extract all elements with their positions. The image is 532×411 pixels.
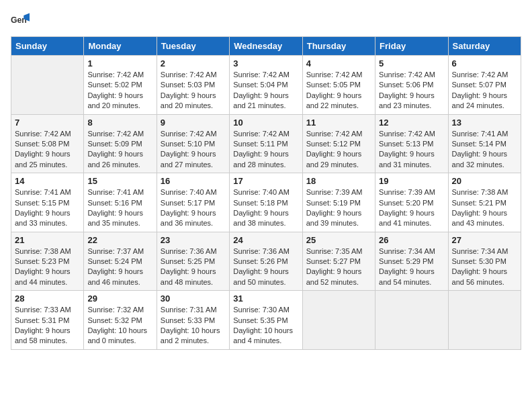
day-number: 21	[15, 235, 80, 245]
day-info: Sunrise: 7:42 AMSunset: 5:13 PMDaylight:…	[379, 129, 444, 171]
logo-icon: Gen	[11, 11, 30, 30]
day-cell-14: 14Sunrise: 7:41 AMSunset: 5:15 PMDayligh…	[11, 173, 84, 232]
day-info: Sunrise: 7:41 AMSunset: 5:15 PMDaylight:…	[15, 187, 80, 229]
day-cell-25: 25Sunrise: 7:35 AMSunset: 5:27 PMDayligh…	[302, 232, 375, 291]
day-number: 23	[161, 235, 226, 245]
calendar-body: 1Sunrise: 7:42 AMSunset: 5:02 PMDaylight…	[11, 56, 521, 350]
day-number: 18	[306, 176, 371, 186]
day-cell-31: 31Sunrise: 7:30 AMSunset: 5:35 PMDayligh…	[230, 291, 302, 350]
empty-cell	[302, 291, 375, 350]
day-info: Sunrise: 7:42 AMSunset: 5:09 PMDaylight:…	[87, 129, 152, 171]
day-cell-22: 22Sunrise: 7:37 AMSunset: 5:24 PMDayligh…	[84, 232, 157, 291]
day-number: 1	[87, 58, 152, 68]
day-info: Sunrise: 7:42 AMSunset: 5:05 PMDaylight:…	[306, 70, 371, 111]
day-number: 27	[452, 235, 517, 245]
day-cell-15: 15Sunrise: 7:41 AMSunset: 5:16 PMDayligh…	[84, 173, 157, 232]
day-number: 5	[379, 58, 444, 68]
day-info: Sunrise: 7:32 AMSunset: 5:32 PMDaylight:…	[87, 305, 152, 347]
day-info: Sunrise: 7:41 AMSunset: 5:14 PMDaylight:…	[452, 129, 517, 171]
day-cell-9: 9Sunrise: 7:42 AMSunset: 5:10 PMDaylight…	[157, 114, 229, 173]
day-number: 15	[87, 176, 152, 186]
day-cell-26: 26Sunrise: 7:34 AMSunset: 5:29 PMDayligh…	[375, 232, 448, 291]
empty-cell	[448, 291, 521, 350]
day-info: Sunrise: 7:42 AMSunset: 5:10 PMDaylight:…	[161, 129, 226, 171]
weekday-header-friday: Friday	[375, 37, 448, 56]
empty-cell	[11, 56, 84, 115]
day-cell-7: 7Sunrise: 7:42 AMSunset: 5:08 PMDaylight…	[11, 114, 84, 173]
day-info: Sunrise: 7:42 AMSunset: 5:02 PMDaylight:…	[87, 70, 152, 111]
week-row-4: 21Sunrise: 7:38 AMSunset: 5:23 PMDayligh…	[11, 232, 521, 291]
day-info: Sunrise: 7:42 AMSunset: 5:11 PMDaylight:…	[233, 129, 298, 171]
day-number: 3	[233, 58, 298, 68]
day-number: 6	[452, 58, 517, 68]
day-number: 16	[161, 176, 226, 186]
day-info: Sunrise: 7:38 AMSunset: 5:23 PMDaylight:…	[15, 246, 80, 288]
day-info: Sunrise: 7:41 AMSunset: 5:16 PMDaylight:…	[87, 187, 152, 229]
day-cell-12: 12Sunrise: 7:42 AMSunset: 5:13 PMDayligh…	[375, 114, 448, 173]
week-row-2: 7Sunrise: 7:42 AMSunset: 5:08 PMDaylight…	[11, 114, 521, 173]
day-cell-16: 16Sunrise: 7:40 AMSunset: 5:17 PMDayligh…	[157, 173, 229, 232]
day-number: 26	[379, 235, 444, 245]
weekday-header-wednesday: Wednesday	[230, 37, 302, 56]
day-number: 9	[161, 118, 226, 128]
day-info: Sunrise: 7:34 AMSunset: 5:30 PMDaylight:…	[452, 246, 517, 288]
day-info: Sunrise: 7:40 AMSunset: 5:17 PMDaylight:…	[161, 187, 226, 229]
day-info: Sunrise: 7:40 AMSunset: 5:18 PMDaylight:…	[233, 187, 298, 229]
day-cell-27: 27Sunrise: 7:34 AMSunset: 5:30 PMDayligh…	[448, 232, 521, 291]
day-cell-18: 18Sunrise: 7:39 AMSunset: 5:19 PMDayligh…	[302, 173, 375, 232]
day-info: Sunrise: 7:42 AMSunset: 5:04 PMDaylight:…	[233, 70, 298, 111]
day-cell-30: 30Sunrise: 7:31 AMSunset: 5:33 PMDayligh…	[157, 291, 229, 350]
weekday-header-sunday: Sunday	[11, 37, 84, 56]
weekday-header-saturday: Saturday	[448, 37, 521, 56]
empty-cell	[375, 291, 448, 350]
week-row-5: 28Sunrise: 7:33 AMSunset: 5:31 PMDayligh…	[11, 291, 521, 350]
day-cell-1: 1Sunrise: 7:42 AMSunset: 5:02 PMDaylight…	[84, 56, 157, 115]
day-info: Sunrise: 7:33 AMSunset: 5:31 PMDaylight:…	[15, 305, 80, 347]
day-cell-4: 4Sunrise: 7:42 AMSunset: 5:05 PMDaylight…	[302, 56, 375, 115]
day-number: 14	[15, 176, 80, 186]
day-number: 7	[15, 118, 80, 128]
day-number: 12	[379, 118, 444, 128]
day-info: Sunrise: 7:38 AMSunset: 5:21 PMDaylight:…	[452, 187, 517, 229]
logo: Gen	[11, 11, 32, 30]
day-info: Sunrise: 7:34 AMSunset: 5:29 PMDaylight:…	[379, 246, 444, 288]
day-number: 30	[161, 293, 226, 304]
day-info: Sunrise: 7:42 AMSunset: 5:12 PMDaylight:…	[306, 129, 371, 171]
weekday-header-monday: Monday	[84, 37, 157, 56]
day-info: Sunrise: 7:39 AMSunset: 5:20 PMDaylight:…	[379, 187, 444, 229]
day-number: 25	[306, 235, 371, 245]
day-cell-8: 8Sunrise: 7:42 AMSunset: 5:09 PMDaylight…	[84, 114, 157, 173]
day-cell-21: 21Sunrise: 7:38 AMSunset: 5:23 PMDayligh…	[11, 232, 84, 291]
day-number: 29	[87, 293, 152, 304]
day-info: Sunrise: 7:37 AMSunset: 5:24 PMDaylight:…	[87, 246, 152, 288]
day-cell-2: 2Sunrise: 7:42 AMSunset: 5:03 PMDaylight…	[157, 56, 229, 115]
day-info: Sunrise: 7:36 AMSunset: 5:25 PMDaylight:…	[161, 246, 226, 288]
day-info: Sunrise: 7:30 AMSunset: 5:35 PMDaylight:…	[233, 305, 298, 347]
day-info: Sunrise: 7:31 AMSunset: 5:33 PMDaylight:…	[161, 305, 226, 347]
day-cell-5: 5Sunrise: 7:42 AMSunset: 5:06 PMDaylight…	[375, 56, 448, 115]
day-number: 17	[233, 176, 298, 186]
day-number: 19	[379, 176, 444, 186]
weekday-header-thursday: Thursday	[302, 37, 375, 56]
day-number: 13	[452, 118, 517, 128]
day-number: 31	[233, 293, 298, 304]
day-cell-28: 28Sunrise: 7:33 AMSunset: 5:31 PMDayligh…	[11, 291, 84, 350]
weekday-header-tuesday: Tuesday	[157, 37, 229, 56]
day-number: 24	[233, 235, 298, 245]
day-cell-10: 10Sunrise: 7:42 AMSunset: 5:11 PMDayligh…	[230, 114, 302, 173]
day-cell-3: 3Sunrise: 7:42 AMSunset: 5:04 PMDaylight…	[230, 56, 302, 115]
day-number: 28	[15, 293, 80, 304]
day-number: 8	[87, 118, 152, 128]
day-number: 4	[306, 58, 371, 68]
calendar-table: SundayMondayTuesdayWednesdayThursdayFrid…	[11, 36, 521, 350]
day-cell-24: 24Sunrise: 7:36 AMSunset: 5:26 PMDayligh…	[230, 232, 302, 291]
day-number: 10	[233, 118, 298, 128]
day-cell-19: 19Sunrise: 7:39 AMSunset: 5:20 PMDayligh…	[375, 173, 448, 232]
page-header: Gen	[11, 11, 521, 30]
day-info: Sunrise: 7:35 AMSunset: 5:27 PMDaylight:…	[306, 246, 371, 288]
day-info: Sunrise: 7:42 AMSunset: 5:06 PMDaylight:…	[379, 70, 444, 111]
week-row-1: 1Sunrise: 7:42 AMSunset: 5:02 PMDaylight…	[11, 56, 521, 115]
day-number: 2	[161, 58, 226, 68]
week-row-3: 14Sunrise: 7:41 AMSunset: 5:15 PMDayligh…	[11, 173, 521, 232]
day-info: Sunrise: 7:42 AMSunset: 5:03 PMDaylight:…	[161, 70, 226, 111]
